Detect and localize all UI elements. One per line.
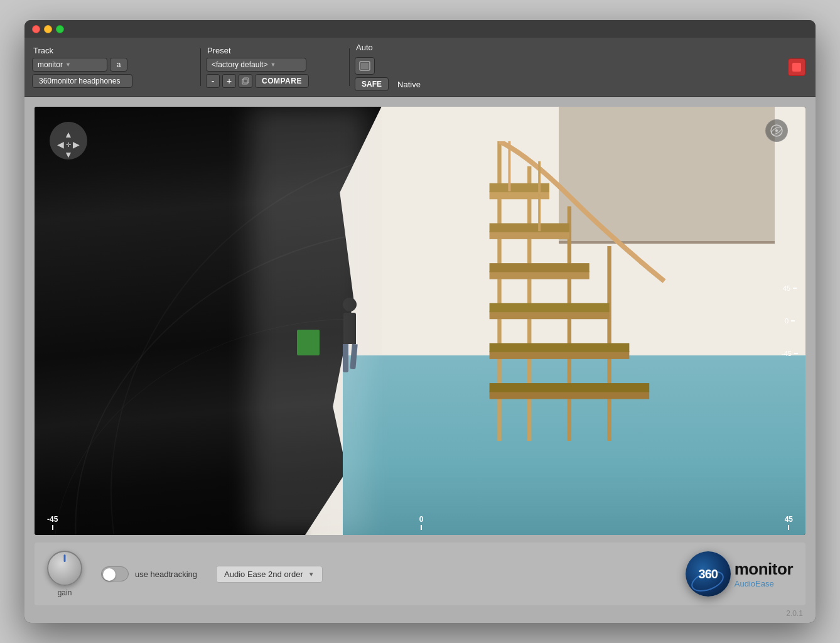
order-dropdown[interactable]: Audio Ease 2nd order ▼ (216, 566, 323, 583)
auto-section: Auto SAFE Native (355, 43, 427, 91)
right-tick-mid (791, 320, 795, 322)
monitor-select[interactable]: monitor ▼ (32, 58, 107, 72)
angle-markers: -45 0 45 (35, 515, 805, 530)
angle-45: 45 (785, 515, 793, 530)
svg-rect-11 (490, 311, 610, 319)
svg-rect-16 (490, 263, 590, 272)
track-section: Track monitor ▼ a 360monitor headphones (32, 46, 195, 88)
nav-left-arrow: ◀ (57, 139, 64, 149)
nav-control[interactable]: ▲ ◀ ✛ ▶ ▼ (50, 122, 87, 159)
gyro-button[interactable] (765, 119, 788, 142)
svg-rect-19 (490, 383, 650, 392)
svg-rect-10 (490, 271, 590, 279)
logo-section: 360 monitor AudioEase (686, 551, 793, 597)
right-value-top: 45 (783, 284, 790, 292)
nav-down-arrow: ▼ (64, 149, 73, 159)
gain-knob[interactable] (47, 551, 82, 586)
preset-value: <factory default> (212, 60, 267, 69)
angle-tick-1 (52, 525, 53, 530)
gain-label: gain (58, 588, 72, 597)
preset-row-2: - + COMPARE (206, 74, 344, 88)
monitor-arrow-icon: ▼ (65, 62, 71, 68)
headtracking-section: use headtracking (101, 566, 197, 581)
svg-rect-13 (490, 391, 650, 399)
headphones-button[interactable]: 360monitor headphones (32, 74, 132, 88)
track-label: Track (32, 46, 195, 55)
right-tick-top (793, 288, 797, 289)
auto-label: Auto (355, 43, 427, 52)
safe-button[interactable]: SAFE (355, 77, 389, 91)
bottom-controls: gain use headtracking Audio Ease 2nd ord… (35, 543, 805, 605)
svg-rect-12 (490, 351, 630, 359)
svg-rect-0 (242, 79, 247, 84)
svg-point-24 (775, 129, 778, 132)
svg-rect-3 (361, 63, 369, 69)
compare-button[interactable]: COMPARE (255, 74, 309, 88)
angle-tick-2 (421, 525, 422, 530)
record-button[interactable] (788, 58, 805, 76)
right-marker-bot: -45 (782, 350, 798, 357)
right-value-bot: -45 (782, 350, 792, 357)
viewport-image: ▲ ◀ ✛ ▶ ▼ (35, 107, 805, 535)
minimize-button[interactable] (44, 25, 52, 33)
title-bar (24, 20, 816, 38)
logo-audioease-text: AudioEase (735, 579, 793, 588)
preset-select[interactable]: <factory default> ▼ (206, 58, 306, 72)
logo-360-text: 360 (699, 567, 718, 581)
maximize-button[interactable] (56, 25, 64, 33)
svg-rect-15 (490, 223, 569, 232)
monitor-value: monitor (38, 60, 63, 69)
angle-tick-3 (788, 525, 789, 530)
scene-container (35, 107, 805, 535)
auto-row-1 (355, 57, 427, 75)
copy-button[interactable] (239, 74, 252, 88)
logo-right-text: monitor AudioEase (735, 559, 793, 588)
minus-button[interactable]: - (206, 74, 220, 88)
nav-right-arrow: ▶ (73, 139, 80, 149)
toolbar-right (788, 58, 808, 76)
window-light (250, 107, 366, 535)
nav-center-icon: ✛ (64, 139, 73, 149)
main-window: Track monitor ▼ a 360monitor headphones … (24, 20, 816, 623)
right-markers: 45 0 -45 (782, 284, 798, 357)
toolbar: Track monitor ▼ a 360monitor headphones … (24, 38, 816, 97)
native-button[interactable]: Native (391, 78, 427, 91)
preset-section: Preset <factory default> ▼ - + COMPARE (206, 46, 344, 88)
viewport[interactable]: ▲ ◀ ✛ ▶ ▼ (35, 107, 805, 535)
headtracking-label: use headtracking (135, 570, 197, 579)
angle-minus45: -45 (47, 515, 58, 530)
record-icon (792, 63, 801, 72)
headtracking-toggle[interactable] (101, 566, 129, 581)
track-row-1: monitor ▼ a (32, 58, 195, 72)
gain-knob-section: gain (47, 551, 82, 597)
nav-up-arrow: ▲ (64, 129, 73, 139)
auto-button[interactable] (355, 57, 375, 75)
svg-rect-17 (490, 303, 610, 311)
right-marker-mid: 0 (785, 317, 795, 325)
nav-arrows: ▲ ◀ ✛ ▶ ▼ (57, 129, 80, 152)
green-bin (297, 330, 320, 355)
track-row-2: 360monitor headphones (32, 74, 195, 88)
auto-row-2: SAFE Native (355, 77, 427, 91)
auto-icon (359, 61, 370, 71)
logo-name-row: monitor (735, 559, 793, 579)
logo-container: 360 monitor AudioEase (686, 551, 793, 597)
close-button[interactable] (32, 25, 40, 33)
divider-2 (349, 48, 350, 86)
traffic-lights (32, 25, 64, 33)
angle-0: 0 (419, 515, 424, 530)
right-marker-top: 45 (783, 284, 797, 292)
staircase-svg (404, 141, 774, 441)
right-value-mid: 0 (785, 317, 789, 325)
knob-indicator (64, 554, 66, 562)
preset-label: Preset (206, 46, 344, 55)
preset-row-1: <factory default> ▼ (206, 58, 344, 72)
a-button[interactable]: a (110, 58, 127, 72)
logo-circle: 360 (686, 551, 731, 597)
logo-monitor-text: monitor (735, 559, 793, 579)
preset-arrow-icon: ▼ (270, 62, 276, 68)
copy-icon (242, 77, 249, 85)
right-tick-bot (794, 353, 798, 354)
plus-button[interactable]: + (222, 74, 236, 88)
svg-rect-9 (490, 231, 569, 239)
